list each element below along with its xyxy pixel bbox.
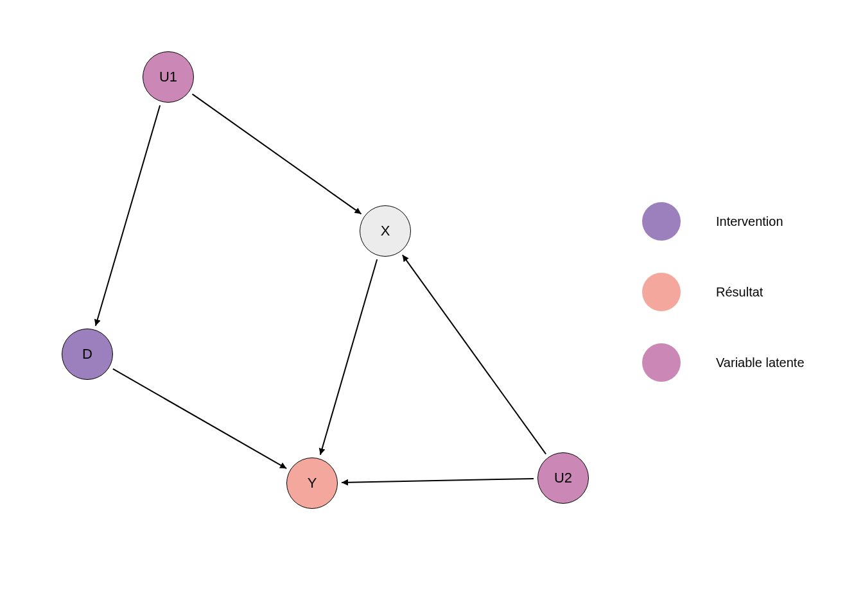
node-d-label: D — [82, 346, 92, 363]
legend-row-latent: Variable latente — [642, 327, 805, 398]
node-u2-label: U2 — [554, 470, 572, 486]
edge-u1-x — [193, 94, 362, 214]
node-d: D — [62, 329, 113, 380]
legend-label-intervention: Intervention — [716, 214, 783, 229]
edge-u1-d — [96, 105, 160, 326]
edge-x-y — [320, 259, 377, 455]
edge-u2-x — [403, 255, 546, 454]
legend-swatch-result — [642, 273, 681, 311]
node-x-label: X — [381, 223, 390, 239]
edge-d-y — [113, 369, 286, 468]
legend-swatch-intervention — [642, 202, 681, 241]
node-y-label: Y — [308, 475, 317, 492]
diagram-canvas: U1 X D Y U2 Intervention Résultat Variab… — [0, 0, 863, 616]
node-u1-label: U1 — [159, 69, 177, 85]
legend-label-latent: Variable latente — [716, 355, 805, 370]
legend-row-result: Résultat — [642, 257, 805, 327]
node-u1: U1 — [143, 51, 194, 103]
node-u2: U2 — [537, 452, 589, 504]
legend: Intervention Résultat Variable latente — [642, 186, 805, 398]
legend-swatch-latent — [642, 343, 681, 382]
legend-row-intervention: Intervention — [642, 186, 805, 257]
edge-u2-y — [342, 479, 534, 483]
node-y: Y — [286, 458, 338, 509]
node-x: X — [360, 205, 411, 257]
legend-label-result: Résultat — [716, 285, 763, 300]
